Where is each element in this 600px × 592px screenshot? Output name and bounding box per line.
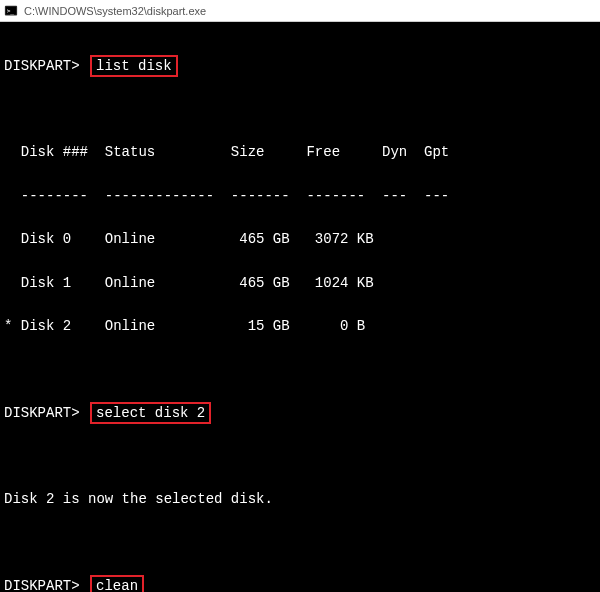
blank-line: [4, 99, 596, 121]
blank-line: [4, 533, 596, 555]
terminal-output: DISKPART> list disk Disk ### Status Size…: [0, 22, 600, 592]
window-title: C:\WINDOWS\system32\diskpart.exe: [24, 5, 206, 17]
app-icon: >_: [4, 4, 18, 18]
prompt: DISKPART>: [4, 578, 80, 592]
window-titlebar: >_ C:\WINDOWS\system32\diskpart.exe: [0, 0, 600, 22]
table-row: * Disk 2 Online 15 GB 0 B: [4, 316, 596, 338]
table-row: Disk 1 Online 465 GB 1024 KB: [4, 273, 596, 295]
table-divider: -------- ------------- ------- ------- -…: [4, 186, 596, 208]
svg-text:>_: >_: [7, 6, 15, 14]
highlight-list-disk: list disk: [90, 55, 178, 77]
prompt: DISKPART>: [4, 405, 80, 421]
command-line: DISKPART> list disk: [4, 56, 596, 78]
prompt: DISKPART>: [4, 58, 80, 74]
message-selected: Disk 2 is now the selected disk.: [4, 489, 596, 511]
blank-line: [4, 446, 596, 468]
highlight-clean: clean: [90, 575, 144, 592]
blank-line: [4, 359, 596, 381]
highlight-select-disk: select disk 2: [90, 402, 211, 424]
table-header: Disk ### Status Size Free Dyn Gpt: [4, 142, 596, 164]
table-row: Disk 0 Online 465 GB 3072 KB: [4, 229, 596, 251]
command-line: DISKPART> select disk 2: [4, 403, 596, 425]
command-line: DISKPART> clean: [4, 576, 596, 592]
